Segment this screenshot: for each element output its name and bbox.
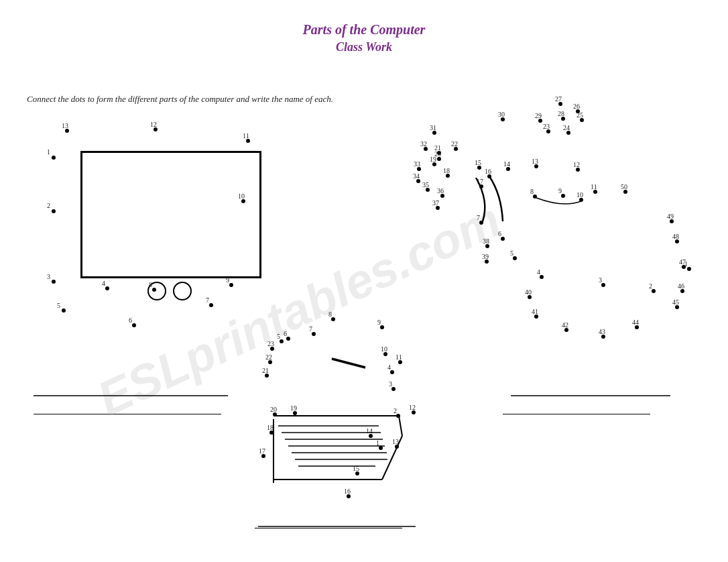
svg-text:23: 23 [543, 123, 550, 130]
svg-point-110 [652, 289, 656, 293]
svg-point-156 [293, 411, 297, 415]
svg-text:20: 20 [270, 406, 277, 413]
svg-point-128 [280, 339, 284, 343]
svg-point-50 [437, 157, 441, 161]
monitor-circles [147, 282, 192, 300]
svg-text:12: 12 [409, 404, 416, 411]
svg-point-90 [501, 237, 505, 241]
answer-line-right [503, 414, 650, 414]
svg-point-148 [391, 387, 396, 391]
svg-point-160 [261, 454, 265, 458]
answer-line-center [255, 528, 402, 528]
svg-point-58 [416, 179, 420, 183]
svg-point-122 [635, 325, 639, 329]
circle-left [147, 282, 166, 300]
svg-text:27: 27 [555, 95, 562, 103]
svg-point-168 [379, 446, 383, 450]
svg-point-34 [580, 118, 584, 122]
svg-point-150 [396, 414, 400, 418]
svg-text:34: 34 [413, 172, 420, 180]
svg-text:10: 10 [577, 191, 583, 199]
svg-text:3: 3 [599, 276, 602, 284]
svg-text:35: 35 [422, 181, 429, 188]
svg-text:26: 26 [573, 103, 580, 110]
title-line2: Class Work [0, 39, 728, 56]
svg-text:8: 8 [530, 188, 534, 195]
svg-text:17: 17 [259, 447, 265, 455]
svg-point-46 [437, 151, 441, 155]
svg-line-184 [332, 359, 365, 368]
svg-point-44 [424, 147, 428, 151]
svg-text:4: 4 [537, 268, 540, 276]
svg-text:8: 8 [328, 311, 332, 318]
svg-text:7: 7 [309, 325, 312, 333]
svg-text:37: 37 [432, 199, 439, 207]
svg-text:15: 15 [475, 159, 481, 166]
title-area: Parts of the Computer Class Work [0, 0, 728, 56]
svg-point-78 [576, 168, 580, 172]
svg-text:47: 47 [679, 258, 686, 266]
svg-point-32 [561, 117, 565, 121]
svg-point-92 [513, 256, 517, 260]
svg-point-102 [675, 239, 679, 243]
svg-text:49: 49 [667, 213, 674, 220]
svg-text:10: 10 [381, 345, 387, 353]
svg-point-98 [540, 275, 544, 279]
svg-point-68 [487, 174, 491, 178]
svg-point-30 [538, 119, 542, 123]
svg-point-104 [682, 265, 686, 269]
svg-text:14: 14 [366, 427, 373, 435]
svg-point-136 [268, 360, 272, 364]
svg-point-36 [546, 129, 550, 133]
page: Parts of the Computer Class Work Connect… [0, 0, 728, 562]
svg-text:13: 13 [392, 438, 399, 445]
svg-point-162 [347, 494, 351, 498]
svg-text:2: 2 [649, 282, 652, 290]
svg-text:36: 36 [437, 187, 444, 194]
svg-point-28 [576, 109, 580, 113]
svg-text:19: 19 [290, 404, 297, 412]
svg-text:11: 11 [591, 183, 597, 190]
svg-text:15: 15 [353, 465, 359, 472]
svg-point-52 [432, 162, 436, 166]
svg-text:1: 1 [684, 260, 688, 268]
svg-point-112 [601, 283, 605, 287]
svg-point-62 [440, 194, 444, 198]
svg-point-40 [501, 117, 505, 121]
svg-text:43: 43 [599, 328, 605, 335]
title-line1: Parts of the Computer [0, 20, 728, 39]
svg-point-84 [561, 194, 565, 198]
svg-point-166 [369, 434, 373, 438]
svg-point-124 [675, 305, 679, 309]
svg-text:23: 23 [267, 340, 274, 347]
svg-text:50: 50 [621, 183, 627, 190]
svg-point-120 [601, 335, 605, 339]
svg-point-56 [446, 174, 450, 178]
svg-point-64 [436, 206, 440, 210]
svg-text:44: 44 [632, 319, 639, 326]
svg-point-54 [417, 167, 421, 171]
svg-point-76 [534, 164, 538, 168]
svg-text:9: 9 [377, 319, 381, 326]
svg-point-82 [579, 198, 583, 202]
svg-text:7: 7 [477, 214, 480, 221]
svg-point-38 [566, 131, 570, 135]
svg-point-106 [687, 267, 691, 271]
svg-text:22: 22 [451, 140, 458, 148]
svg-text:28: 28 [558, 110, 564, 117]
svg-point-138 [265, 374, 269, 378]
svg-text:18: 18 [267, 424, 274, 431]
svg-point-86 [533, 194, 537, 199]
svg-text:13: 13 [532, 158, 538, 165]
svg-text:1: 1 [376, 439, 379, 447]
svg-line-182 [382, 436, 402, 480]
svg-text:21: 21 [262, 367, 269, 374]
svg-text:16: 16 [344, 488, 351, 495]
svg-text:42: 42 [562, 321, 568, 329]
circle-right [173, 282, 192, 300]
svg-text:4: 4 [387, 363, 391, 371]
svg-text:18: 18 [443, 167, 450, 174]
svg-point-146 [398, 360, 402, 364]
svg-point-154 [273, 412, 277, 416]
monitor-box [80, 151, 261, 278]
